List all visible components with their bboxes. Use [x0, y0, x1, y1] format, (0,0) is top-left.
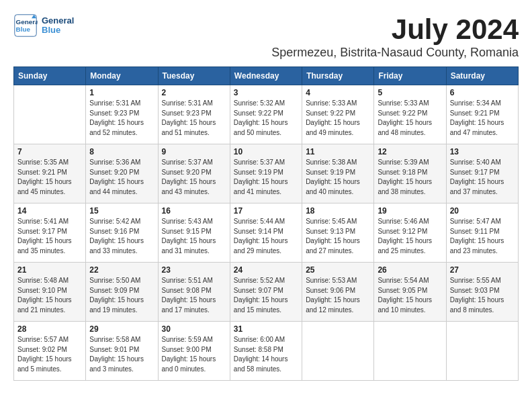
- calendar-week-4: 21Sunrise: 5:48 AMSunset: 9:10 PMDayligh…: [14, 263, 519, 322]
- calendar-cell: 28Sunrise: 5:57 AMSunset: 9:02 PMDayligh…: [14, 322, 86, 381]
- day-number: 18: [306, 206, 370, 216]
- calendar-cell: 4Sunrise: 5:33 AMSunset: 9:22 PMDaylight…: [302, 85, 374, 144]
- day-number: 11: [306, 147, 370, 156]
- calendar-cell: 8Sunrise: 5:36 AMSunset: 9:20 PMDaylight…: [86, 144, 158, 203]
- calendar-cell: 3Sunrise: 5:32 AMSunset: 9:22 PMDaylight…: [230, 85, 302, 144]
- day-info: Sunrise: 5:31 AMSunset: 9:23 PMDaylight:…: [162, 99, 226, 138]
- day-number: 22: [89, 265, 154, 275]
- day-info: Sunrise: 5:37 AMSunset: 9:19 PMDaylight:…: [234, 158, 298, 197]
- day-number: 23: [162, 265, 226, 275]
- day-number: 21: [17, 265, 82, 275]
- calendar-week-1: 1Sunrise: 5:31 AMSunset: 9:23 PMDaylight…: [14, 85, 519, 144]
- header-section: July 2024 Spermezeu, Bistrita-Nasaud Cou…: [13, 13, 519, 60]
- calendar-cell: 6Sunrise: 5:34 AMSunset: 9:21 PMDaylight…: [446, 85, 518, 144]
- svg-text:Blue: Blue: [16, 26, 31, 33]
- logo-general: General: [42, 16, 74, 26]
- day-info: Sunrise: 5:32 AMSunset: 9:22 PMDaylight:…: [234, 99, 298, 138]
- calendar-cell: 9Sunrise: 5:37 AMSunset: 9:20 PMDaylight…: [158, 144, 230, 203]
- calendar-cell: 18Sunrise: 5:45 AMSunset: 9:13 PMDayligh…: [302, 203, 374, 263]
- day-info: Sunrise: 5:37 AMSunset: 9:20 PMDaylight:…: [162, 158, 226, 197]
- day-info: Sunrise: 5:41 AMSunset: 9:17 PMDaylight:…: [17, 217, 82, 256]
- day-info: Sunrise: 5:34 AMSunset: 9:21 PMDaylight:…: [450, 99, 515, 138]
- logo: General Blue General Blue: [13, 13, 74, 38]
- calendar-cell: 29Sunrise: 5:58 AMSunset: 9:01 PMDayligh…: [86, 322, 158, 381]
- calendar-cell: 10Sunrise: 5:37 AMSunset: 9:19 PMDayligh…: [230, 144, 302, 203]
- day-number: 15: [89, 206, 154, 216]
- calendar-cell: 21Sunrise: 5:48 AMSunset: 9:10 PMDayligh…: [14, 263, 86, 322]
- calendar-cell: 23Sunrise: 5:51 AMSunset: 9:08 PMDayligh…: [158, 263, 230, 322]
- logo-blue: Blue: [42, 26, 74, 35]
- day-info: Sunrise: 5:44 AMSunset: 9:14 PMDaylight:…: [234, 217, 298, 256]
- calendar-cell: 20Sunrise: 5:47 AMSunset: 9:11 PMDayligh…: [446, 203, 518, 263]
- day-info: Sunrise: 5:54 AMSunset: 9:05 PMDaylight:…: [378, 276, 442, 315]
- weekday-header-thursday: Thursday: [302, 67, 374, 85]
- weekday-header-sunday: Sunday: [14, 67, 86, 85]
- day-info: Sunrise: 5:58 AMSunset: 9:01 PMDaylight:…: [89, 335, 154, 374]
- day-info: Sunrise: 5:55 AMSunset: 9:03 PMDaylight:…: [450, 276, 515, 315]
- calendar-cell: 24Sunrise: 5:52 AMSunset: 9:07 PMDayligh…: [230, 263, 302, 322]
- weekday-header-tuesday: Tuesday: [158, 67, 230, 85]
- day-info: Sunrise: 5:52 AMSunset: 9:07 PMDaylight:…: [234, 276, 298, 315]
- calendar-cell: 14Sunrise: 5:41 AMSunset: 9:17 PMDayligh…: [14, 203, 86, 263]
- day-number: 29: [89, 324, 154, 334]
- calendar-cell: [446, 322, 518, 381]
- day-number: 16: [162, 206, 226, 216]
- day-number: 28: [17, 324, 82, 334]
- calendar-table: SundayMondayTuesdayWednesdayThursdayFrid…: [13, 66, 519, 381]
- day-number: 12: [378, 147, 442, 156]
- calendar-cell: [14, 85, 86, 144]
- day-info: Sunrise: 5:39 AMSunset: 9:18 PMDaylight:…: [378, 158, 442, 197]
- day-info: Sunrise: 5:46 AMSunset: 9:12 PMDaylight:…: [378, 217, 442, 256]
- calendar-cell: 12Sunrise: 5:39 AMSunset: 9:18 PMDayligh…: [374, 144, 446, 203]
- calendar-cell: 25Sunrise: 5:53 AMSunset: 9:06 PMDayligh…: [302, 263, 374, 322]
- day-info: Sunrise: 5:31 AMSunset: 9:23 PMDaylight:…: [89, 99, 154, 138]
- day-info: Sunrise: 5:59 AMSunset: 9:00 PMDaylight:…: [162, 335, 226, 374]
- day-info: Sunrise: 5:45 AMSunset: 9:13 PMDaylight:…: [306, 217, 370, 256]
- calendar-week-5: 28Sunrise: 5:57 AMSunset: 9:02 PMDayligh…: [14, 322, 519, 381]
- weekday-header-friday: Friday: [374, 67, 446, 85]
- day-number: 24: [234, 265, 298, 275]
- day-info: Sunrise: 5:43 AMSunset: 9:15 PMDaylight:…: [162, 217, 226, 256]
- calendar-cell: 19Sunrise: 5:46 AMSunset: 9:12 PMDayligh…: [374, 203, 446, 263]
- calendar-cell: 1Sunrise: 5:31 AMSunset: 9:23 PMDaylight…: [86, 85, 158, 144]
- calendar-week-3: 14Sunrise: 5:41 AMSunset: 9:17 PMDayligh…: [14, 203, 519, 263]
- location-title: Spermezeu, Bistrita-Nasaud County, Roman…: [13, 46, 519, 60]
- calendar-cell: 22Sunrise: 5:50 AMSunset: 9:09 PMDayligh…: [86, 263, 158, 322]
- month-title: July 2024: [13, 13, 519, 46]
- day-info: Sunrise: 5:42 AMSunset: 9:16 PMDaylight:…: [89, 217, 154, 256]
- day-number: 9: [162, 147, 226, 156]
- calendar-cell: 27Sunrise: 5:55 AMSunset: 9:03 PMDayligh…: [446, 263, 518, 322]
- day-number: 25: [306, 265, 370, 275]
- day-info: Sunrise: 5:53 AMSunset: 9:06 PMDaylight:…: [306, 276, 370, 315]
- calendar-cell: 31Sunrise: 6:00 AMSunset: 8:58 PMDayligh…: [230, 322, 302, 381]
- calendar-week-2: 7Sunrise: 5:35 AMSunset: 9:21 PMDaylight…: [14, 144, 519, 203]
- calendar-cell: 13Sunrise: 5:40 AMSunset: 9:17 PMDayligh…: [446, 144, 518, 203]
- day-number: 8: [89, 147, 154, 156]
- calendar-cell: 5Sunrise: 5:33 AMSunset: 9:22 PMDaylight…: [374, 85, 446, 144]
- day-info: Sunrise: 5:35 AMSunset: 9:21 PMDaylight:…: [17, 158, 82, 197]
- logo-icon: General Blue: [13, 13, 38, 38]
- day-info: Sunrise: 5:50 AMSunset: 9:09 PMDaylight:…: [89, 276, 154, 315]
- day-number: 10: [234, 147, 298, 156]
- day-info: Sunrise: 5:36 AMSunset: 9:20 PMDaylight:…: [89, 158, 154, 197]
- calendar-cell: 16Sunrise: 5:43 AMSunset: 9:15 PMDayligh…: [158, 203, 230, 263]
- day-number: 14: [17, 206, 82, 216]
- calendar-cell: 30Sunrise: 5:59 AMSunset: 9:00 PMDayligh…: [158, 322, 230, 381]
- day-number: 17: [234, 206, 298, 216]
- day-number: 19: [378, 206, 442, 216]
- weekday-header-wednesday: Wednesday: [230, 67, 302, 85]
- day-number: 7: [17, 147, 82, 156]
- day-number: 5: [378, 88, 442, 97]
- calendar-cell: [302, 322, 374, 381]
- weekday-header-saturday: Saturday: [446, 67, 518, 85]
- calendar-cell: 2Sunrise: 5:31 AMSunset: 9:23 PMDaylight…: [158, 85, 230, 144]
- day-number: 3: [234, 88, 298, 97]
- day-number: 1: [89, 88, 154, 97]
- day-number: 30: [162, 324, 226, 334]
- calendar-cell: 26Sunrise: 5:54 AMSunset: 9:05 PMDayligh…: [374, 263, 446, 322]
- day-info: Sunrise: 5:33 AMSunset: 9:22 PMDaylight:…: [306, 99, 370, 138]
- day-info: Sunrise: 5:48 AMSunset: 9:10 PMDaylight:…: [17, 276, 82, 315]
- day-info: Sunrise: 5:40 AMSunset: 9:17 PMDaylight:…: [450, 158, 515, 197]
- day-number: 6: [450, 88, 515, 97]
- svg-text:General: General: [16, 18, 38, 26]
